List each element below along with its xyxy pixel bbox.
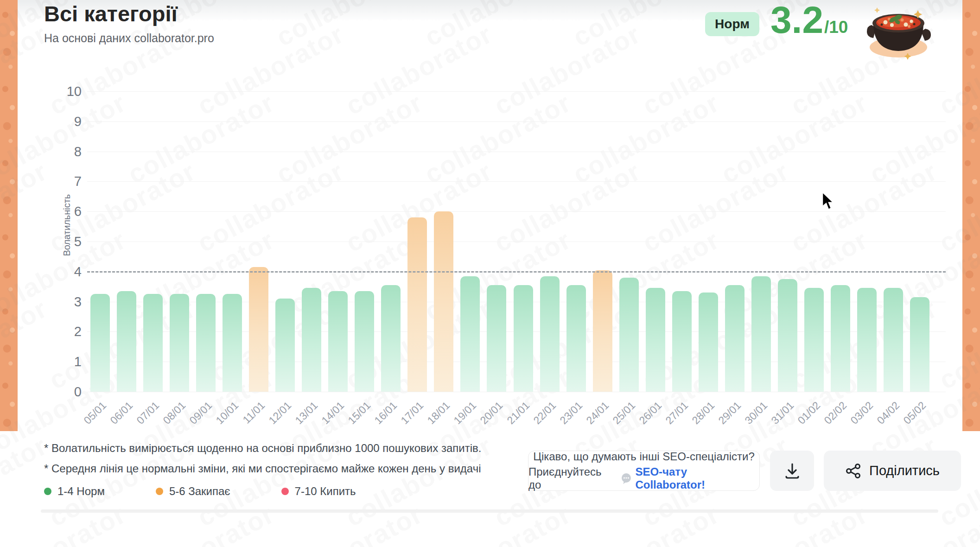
bar-05/01[interactable] <box>90 294 110 392</box>
bar-06/01[interactable] <box>117 291 136 392</box>
download-icon <box>784 463 800 479</box>
bar-15/01[interactable] <box>355 291 374 392</box>
y-axis-tick: 10 <box>50 84 82 99</box>
volatility-widget: collaboratorcollaboratorcollaboratorcoll… <box>0 0 980 547</box>
y-axis-tick: 3 <box>50 294 82 309</box>
bar-05/02[interactable] <box>910 297 929 392</box>
gridline <box>87 392 946 392</box>
legend-item[interactable]: 7-10 Кипить <box>281 485 356 498</box>
y-axis-tick: 0 <box>50 384 82 400</box>
bar-07/01[interactable] <box>143 294 163 392</box>
y-axis-tick: 9 <box>50 114 82 129</box>
share-button-label: Поділитись <box>869 463 940 478</box>
bar-12/01[interactable] <box>275 299 295 392</box>
cta-invite-line: Приєднуйтесь до SEO-чату Collaborator! <box>528 465 759 491</box>
bar-03/02[interactable] <box>857 288 877 392</box>
y-axis-tick: 5 <box>50 234 82 249</box>
seo-chat-cta: Цікаво, що думають інші SEO-спеціалісти?… <box>528 451 760 491</box>
bar-30/01[interactable] <box>751 276 771 392</box>
legend-dot <box>156 488 163 495</box>
volatility-score: 3.2 /10 <box>770 0 848 40</box>
bars-container <box>90 91 929 392</box>
legend-item[interactable]: 1-4 Норм <box>44 485 105 498</box>
borscht-pot-icon <box>863 1 934 60</box>
legend-label: 1-4 Норм <box>57 485 105 498</box>
bar-16/01[interactable] <box>381 285 401 392</box>
bar-29/01[interactable] <box>725 285 745 392</box>
bar-21/01[interactable] <box>514 285 533 392</box>
bar-10/01[interactable] <box>223 294 242 392</box>
legend-dot <box>44 488 51 495</box>
bar-19/01[interactable] <box>460 276 480 392</box>
average-dashed-line <box>87 271 946 273</box>
y-axis-tick: 1 <box>50 354 82 369</box>
y-axis-tick: 2 <box>50 324 82 339</box>
background-texture-left <box>0 0 18 431</box>
page-title: Всі категорії <box>44 1 178 26</box>
bar-25/01[interactable] <box>619 278 639 392</box>
legend-dot <box>281 488 289 495</box>
bar-11/01[interactable] <box>249 267 268 392</box>
bar-23/01[interactable] <box>566 285 586 392</box>
bar-02/02[interactable] <box>831 285 850 392</box>
bar-13/01[interactable] <box>302 288 321 392</box>
footnote-2: * Середня лінія це нормальні зміни, які … <box>44 462 481 475</box>
seo-chat-link[interactable]: SEO-чату Collaborator! <box>635 465 759 491</box>
page-subtitle: На основі даних collaborator.pro <box>44 32 214 45</box>
bar-24/01[interactable] <box>593 270 612 392</box>
bar-08/01[interactable] <box>170 294 189 392</box>
bar-01/02[interactable] <box>804 288 824 392</box>
background-texture-right <box>962 0 980 431</box>
legend-label: 5-6 Закипає <box>169 485 230 498</box>
bar-26/01[interactable] <box>646 288 665 392</box>
cta-question: Цікаво, що думають інші SEO-спеціалісти? <box>533 450 755 463</box>
bar-04/02[interactable] <box>884 288 903 392</box>
bar-22/01[interactable] <box>540 276 560 392</box>
score-value: 3.2 <box>770 0 823 40</box>
speech-bubble-icon <box>620 472 632 484</box>
mouse-cursor <box>820 191 838 211</box>
share-button[interactable]: Поділитись <box>824 451 961 491</box>
download-button[interactable] <box>770 451 814 491</box>
y-axis-tick: 6 <box>50 204 82 219</box>
y-axis-tick: 4 <box>50 264 82 279</box>
bar-31/01[interactable] <box>778 279 797 392</box>
legend-item[interactable]: 5-6 Закипає <box>156 485 230 498</box>
footnote-1: * Волатильність вимірюється щоденно на о… <box>44 442 481 455</box>
bar-28/01[interactable] <box>699 293 718 392</box>
bar-18/01[interactable] <box>434 211 453 392</box>
volatility-bar-chart: Волатильність 01234567891005/0106/0107/0… <box>87 91 946 392</box>
chart-legend: 1-4 Норм5-6 Закипає7-10 Кипить <box>44 485 356 498</box>
bar-09/01[interactable] <box>196 294 216 392</box>
cta-prefix: Приєднуйтесь до <box>528 465 617 491</box>
share-icon <box>845 463 862 479</box>
legend-label: 7-10 Кипить <box>295 485 356 498</box>
bar-27/01[interactable] <box>672 291 692 392</box>
y-axis-tick: 7 <box>50 174 82 189</box>
score-max: /10 <box>824 18 848 37</box>
footer-divider <box>41 509 938 513</box>
y-axis-tick: 8 <box>50 144 82 159</box>
status-badge: Норм <box>705 12 759 36</box>
bar-20/01[interactable] <box>487 285 506 392</box>
bar-14/01[interactable] <box>328 291 348 392</box>
bar-17/01[interactable] <box>407 217 427 392</box>
